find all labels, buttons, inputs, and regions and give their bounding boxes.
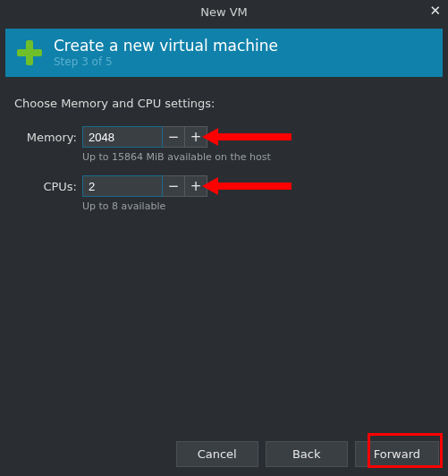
memory-hint: Up to 15864 MiB available on the host (82, 151, 434, 163)
memory-row: Memory: − + (14, 126, 434, 148)
forward-button[interactable]: Forward (355, 441, 439, 467)
content-area: Choose Memory and CPU settings: Memory: … (0, 77, 448, 212)
cpus-row: CPUs: − + (14, 175, 434, 197)
footer-buttons: Cancel Back Forward (176, 441, 439, 467)
svg-rect-1 (17, 49, 42, 56)
svg-marker-3 (202, 177, 292, 195)
titlebar: New VM ✕ (0, 0, 448, 23)
cpus-decrement-button[interactable]: − (163, 175, 185, 197)
cpus-spinbox: − + (82, 175, 207, 197)
wizard-step: Step 3 of 5 (54, 55, 278, 68)
cpus-hint: Up to 8 available (82, 200, 434, 212)
memory-label: Memory: (14, 131, 82, 144)
cancel-button[interactable]: Cancel (176, 441, 258, 467)
annotation-arrow (202, 128, 292, 146)
svg-marker-2 (202, 128, 292, 146)
annotation-arrow (202, 177, 292, 195)
close-icon[interactable]: ✕ (429, 3, 441, 19)
memory-input[interactable] (82, 126, 163, 148)
memory-spinbox: − + (82, 126, 207, 148)
wizard-header: Create a new virtual machine Step 3 of 5 (5, 29, 443, 77)
window-title: New VM (200, 5, 248, 19)
cpus-input[interactable] (82, 175, 163, 197)
memory-decrement-button[interactable]: − (163, 126, 185, 148)
wizard-title: Create a new virtual machine (54, 38, 278, 55)
cpus-label: CPUs: (14, 180, 82, 193)
memory-increment-button[interactable]: + (185, 126, 207, 148)
plus-icon (14, 38, 45, 68)
instruction-text: Choose Memory and CPU settings: (14, 97, 434, 110)
back-button[interactable]: Back (266, 441, 348, 467)
cpus-increment-button[interactable]: + (185, 175, 207, 197)
